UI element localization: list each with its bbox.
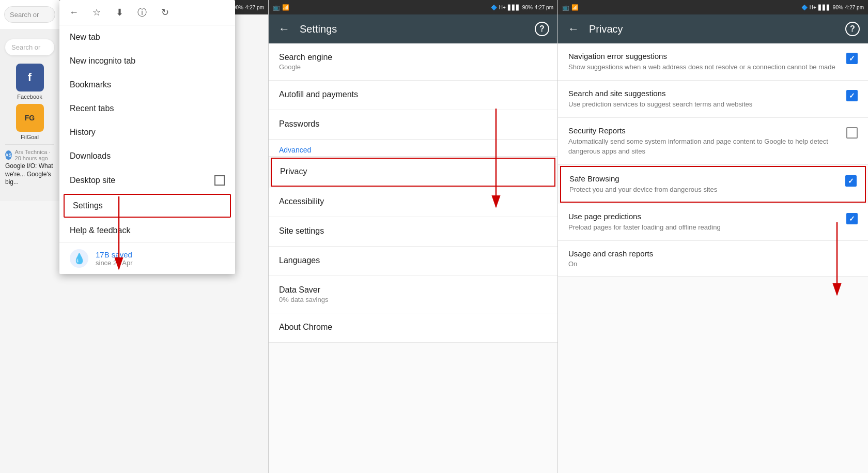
settings-item-privacy[interactable]: Privacy	[271, 158, 555, 187]
dropdown-menu: ← ☆ ⬇ ⓘ ↻ New tab New incognito tab Book…	[59, 0, 235, 274]
menu-item-new-tab-label: New tab	[70, 33, 100, 42]
settings-item-autofill[interactable]: Autofill and payments	[269, 81, 557, 110]
status-bar-right-2: 🔷 H+ ▋▋▋ 90% 4:27 pm	[491, 5, 553, 10]
menu-item-recent-tabs[interactable]: Recent tabs	[59, 97, 235, 120]
page-predictions-checkbox[interactable]: ✓	[846, 213, 858, 224]
info-icon[interactable]: ⓘ	[136, 6, 148, 19]
bookmark-icon[interactable]: ☆	[90, 6, 103, 19]
menu-item-history-label: History	[70, 128, 96, 137]
privacy-item-safe-browsing-text: Safe Browsing Protect you and your devic…	[569, 174, 839, 194]
menu-item-settings[interactable]: Settings	[64, 194, 231, 218]
data-saver-since: since 29 Apr	[96, 259, 133, 267]
settings-item-passwords[interactable]: Passwords	[269, 110, 557, 140]
menu-item-downloads-label: Downloads	[70, 151, 111, 161]
settings-item-data-saver-subtitle: 0% data savings	[279, 296, 547, 303]
privacy-title: Privacy	[589, 23, 837, 35]
settings-item-data-saver[interactable]: Data Saver 0% data savings	[269, 276, 557, 313]
filgoal-icon: FG	[16, 104, 44, 132]
menu-item-bookmarks[interactable]: Bookmarks	[59, 73, 235, 97]
settings-section-advanced: Advanced	[269, 140, 557, 157]
address-bar-area: Search or	[0, 0, 59, 29]
facebook-icon: f	[16, 64, 44, 91]
signal-bars-3: ▋▋▋	[818, 5, 831, 10]
back-button-privacy[interactable]: ←	[566, 22, 581, 36]
status-bar-right-3: 🔷 H+ ▋▋▋ 90% 4:27 pm	[801, 5, 864, 10]
security-reports-checkbox[interactable]	[846, 127, 858, 139]
privacy-item-search-suggestions-title: Search and site suggestions	[568, 89, 840, 98]
status-bar-left-2: 📺 📶	[273, 4, 289, 11]
privacy-item-usage-reports[interactable]: Usage and crash reports On	[558, 241, 868, 277]
battery-3: 90%	[833, 5, 843, 10]
wifi-icon-2: 📶	[282, 4, 289, 11]
safe-browsing-checkbox[interactable]: ✓	[845, 175, 857, 187]
menu-item-history[interactable]: History	[59, 120, 235, 144]
panel3-privacy: 📺 📶 🔷 H+ ▋▋▋ 90% 4:27 pm ← Privacy ? Nav…	[558, 0, 868, 473]
search-box[interactable]: Search or	[5, 39, 54, 55]
data-saver-saved: 17B saved	[96, 250, 133, 259]
privacy-item-page-predictions-subtitle: Preload pages for faster loading and off…	[568, 223, 840, 232]
back-button-settings[interactable]: ←	[277, 22, 291, 36]
privacy-item-nav-error-subtitle: Show suggestions when a web address does…	[568, 63, 840, 72]
privacy-item-usage-reports-subtitle: On	[568, 260, 858, 268]
refresh-icon[interactable]: ↻	[159, 6, 171, 19]
menu-item-help-label: Help & feedback	[70, 226, 130, 235]
bluetooth-icon-2: 🔷	[491, 5, 497, 10]
menu-item-desktop-site-label: Desktop site	[70, 176, 115, 185]
shortcut-facebook[interactable]: f Facebook	[5, 64, 54, 100]
settings-item-accessibility-title: Accessibility	[279, 197, 547, 206]
settings-item-accessibility[interactable]: Accessibility	[269, 188, 557, 217]
settings-list: Search engine Google Autofill and paymen…	[269, 43, 557, 473]
address-bar[interactable]: Search or	[4, 6, 55, 23]
new-tab-page: Search or f Facebook FG FilGoal AS Ars T…	[0, 29, 59, 201]
settings-item-site-settings-title: Site settings	[279, 226, 547, 236]
menu-item-settings-label: Settings	[73, 201, 103, 210]
shortcut-filgoal[interactable]: FG FilGoal	[5, 104, 54, 140]
settings-item-search-engine-title: Search engine	[279, 53, 547, 62]
download-icon[interactable]: ⬇	[113, 6, 126, 19]
safe-browsing-checkmark: ✓	[848, 177, 854, 185]
data-saver-row[interactable]: 💧 17B saved since 29 Apr	[59, 242, 235, 274]
status-bar-3: 📺 📶 🔷 H+ ▋▋▋ 90% 4:27 pm	[558, 0, 868, 14]
privacy-item-security-reports[interactable]: Security Reports Automatically send some…	[558, 118, 868, 164]
search-suggestions-checkbox[interactable]: ✓	[846, 90, 858, 101]
menu-item-desktop-site[interactable]: Desktop site	[59, 168, 235, 193]
settings-item-languages[interactable]: Languages	[269, 247, 557, 276]
page-predictions-checkmark: ✓	[849, 215, 855, 223]
source-name: Ars Technica · 20 hours ago	[15, 149, 54, 161]
menu-item-help[interactable]: Help & feedback	[59, 219, 235, 242]
menu-item-new-incognito[interactable]: New incognito tab	[59, 49, 235, 73]
privacy-item-search-suggestions[interactable]: Search and site suggestions Use predicti…	[558, 81, 868, 118]
menu-item-bookmarks-label: Bookmarks	[70, 80, 111, 89]
privacy-item-page-predictions-text: Use page predictions Preload pages for f…	[568, 212, 840, 232]
settings-item-search-engine[interactable]: Search engine Google	[269, 43, 557, 81]
settings-item-site-settings[interactable]: Site settings	[269, 217, 557, 247]
privacy-item-nav-error-title: Navigation error suggestions	[568, 52, 840, 60]
privacy-item-safe-browsing[interactable]: Safe Browsing Protect you and your devic…	[560, 166, 866, 203]
back-icon[interactable]: ←	[68, 6, 80, 19]
menu-item-downloads[interactable]: Downloads	[59, 144, 235, 168]
desktop-site-checkbox[interactable]	[214, 175, 225, 186]
settings-item-search-engine-subtitle: Google	[279, 63, 547, 71]
status-bar-2: 📺 📶 🔷 H+ ▋▋▋ 90% 4:27 pm	[269, 0, 557, 14]
nav-error-checkmark: ✓	[849, 54, 855, 63]
settings-header: ← Settings ?	[269, 14, 557, 43]
signal-bars-2: ▋▋▋	[508, 5, 520, 10]
help-button-settings[interactable]: ?	[535, 22, 549, 36]
menu-item-recent-tabs-label: Recent tabs	[70, 104, 114, 113]
settings-item-about-chrome[interactable]: About Chrome	[269, 313, 557, 343]
news-item-1: AS Ars Technica · 20 hours ago Google I/…	[5, 144, 54, 191]
privacy-item-security-reports-subtitle: Automatically send some system informati…	[568, 137, 840, 156]
dropdown-toolbar: ← ☆ ⬇ ⓘ ↻	[59, 0, 235, 25]
menu-item-new-tab[interactable]: New tab	[59, 25, 235, 49]
privacy-item-safe-browsing-title: Safe Browsing	[569, 174, 839, 183]
time-3: 4:27 pm	[845, 5, 864, 10]
bluetooth-icon-3: 🔷	[801, 5, 808, 10]
advanced-label: Advanced	[279, 146, 311, 154]
nav-error-checkbox[interactable]: ✓	[846, 53, 858, 64]
settings-item-languages-title: Languages	[279, 256, 547, 265]
privacy-item-page-predictions[interactable]: Use page predictions Preload pages for f…	[558, 204, 868, 241]
status-bar-left-3: 📺 📶	[562, 4, 579, 11]
privacy-item-nav-error[interactable]: Navigation error suggestions Show sugges…	[558, 43, 868, 81]
help-button-privacy[interactable]: ?	[845, 22, 860, 36]
data-saver-info: 17B saved since 29 Apr	[96, 250, 133, 267]
